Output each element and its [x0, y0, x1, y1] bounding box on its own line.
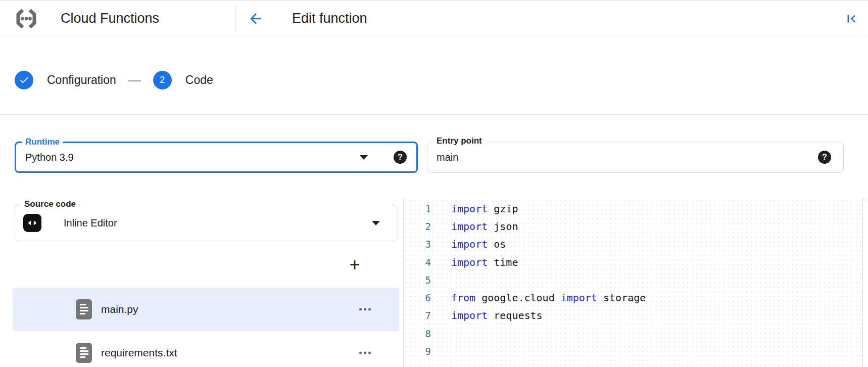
editor-scrollbar-divider	[862, 199, 863, 367]
file-row[interactable]: requirements.txt	[13, 331, 399, 367]
code-token-keyword: import	[561, 292, 597, 304]
check-icon	[19, 74, 30, 85]
code-text: import os	[451, 238, 506, 250]
section-divider	[0, 114, 868, 115]
code-token-plain: gzip	[488, 203, 518, 215]
collapse-panel-icon	[844, 11, 859, 26]
line-number: 9	[404, 346, 431, 357]
code-line: 1 import gzip	[404, 200, 862, 217]
file-document-icon	[76, 299, 92, 319]
entry-point-field[interactable]: Entry point main ?	[427, 142, 844, 173]
file-list: main.py requirements.txt	[13, 288, 399, 367]
code-token-keyword: import	[451, 220, 488, 233]
dropdown-caret-icon[interactable]	[372, 221, 380, 225]
line-number: 1	[404, 203, 431, 214]
entry-point-help-icon[interactable]: ?	[818, 151, 831, 164]
line-number: 5	[404, 274, 431, 286]
step-configuration-indicator[interactable]	[15, 71, 33, 89]
step-configuration-label[interactable]: Configuration	[47, 73, 116, 87]
code-text: import gzip	[451, 203, 518, 215]
code-token-keyword: import	[451, 309, 488, 322]
code-line: 3 import os	[404, 236, 862, 253]
code-token-keyword: import	[451, 256, 488, 268]
file-name: main.py	[101, 303, 138, 315]
editor-scrollbar-top-edge	[862, 199, 868, 199]
stepper: Configuration — 2 Code	[15, 70, 213, 89]
line-number: 3	[404, 239, 431, 250]
edit-function-page: Cloud Functions Edit function Configurat…	[0, 0, 868, 367]
code-line: 9	[404, 342, 862, 360]
code-token-plain: time	[488, 256, 518, 268]
code-token-keyword: from	[451, 292, 475, 304]
code-token-plain: os	[488, 238, 506, 250]
code-text: import json	[451, 220, 518, 233]
source-code-label: Source code	[21, 199, 79, 209]
header: Cloud Functions Edit function	[0, 0, 868, 36]
code-editor[interactable]: 1 import gzip 2 import json 3 import os …	[404, 199, 862, 367]
code-text: import time	[451, 256, 518, 268]
runtime-value: Python 3.9	[25, 152, 74, 163]
entry-point-label: Entry point	[433, 136, 485, 146]
header-divider	[235, 5, 235, 32]
code-text: from google.cloud import storage	[451, 292, 646, 304]
step-code-indicator[interactable]: 2	[153, 71, 172, 89]
line-number: 8	[404, 328, 431, 339]
code-token-plain: json	[488, 220, 518, 233]
product-title: Cloud Functions	[61, 1, 159, 36]
line-number: 4	[404, 257, 431, 268]
file-more-menu-icon[interactable]	[356, 305, 374, 314]
code-line: 2 import json	[404, 217, 862, 235]
runtime-label: Runtime	[22, 137, 63, 147]
step-separator: —	[128, 73, 141, 87]
runtime-help-icon[interactable]: ?	[394, 151, 407, 164]
code-text: import requests	[451, 309, 543, 322]
source-code-value: Inline Editor	[64, 217, 117, 229]
code-token-plain: storage	[597, 292, 646, 304]
code-line: 8	[404, 325, 862, 342]
inline-editor-code-icon	[23, 214, 41, 232]
code-line: 5	[404, 271, 862, 289]
code-line: 7 import requests	[404, 307, 862, 325]
source-code-select[interactable]: Source code Inline Editor	[15, 205, 397, 241]
line-number: 6	[404, 292, 431, 303]
file-name: requirements.txt	[101, 347, 177, 359]
dropdown-caret-icon[interactable]	[360, 155, 368, 160]
file-document-icon	[76, 343, 92, 363]
entry-point-value: main	[437, 152, 458, 163]
code-token-keyword: import	[451, 238, 488, 250]
page-title: Edit function	[292, 1, 367, 36]
cloud-functions-logo-icon	[14, 7, 38, 31]
add-file-button[interactable]: +	[345, 255, 365, 275]
line-number: 7	[404, 310, 431, 321]
runtime-select[interactable]: Runtime Python 3.9 ?	[15, 142, 418, 173]
code-line: 6 from google.cloud import storage	[404, 289, 862, 306]
collapse-panel-button[interactable]	[844, 11, 859, 26]
editor-lines: 1 import gzip 2 import json 3 import os …	[404, 199, 862, 360]
file-more-menu-icon[interactable]	[356, 349, 374, 357]
line-number: 2	[404, 221, 431, 232]
step-code-label[interactable]: Code	[185, 73, 213, 87]
back-button[interactable]	[248, 11, 264, 27]
code-token-plain: google.cloud	[475, 292, 561, 304]
file-row[interactable]: main.py	[13, 288, 399, 331]
code-line: 4 import time	[404, 253, 862, 271]
code-token-plain: requests	[488, 309, 542, 322]
back-arrow-icon	[248, 11, 264, 27]
code-token-keyword: import	[451, 203, 488, 215]
